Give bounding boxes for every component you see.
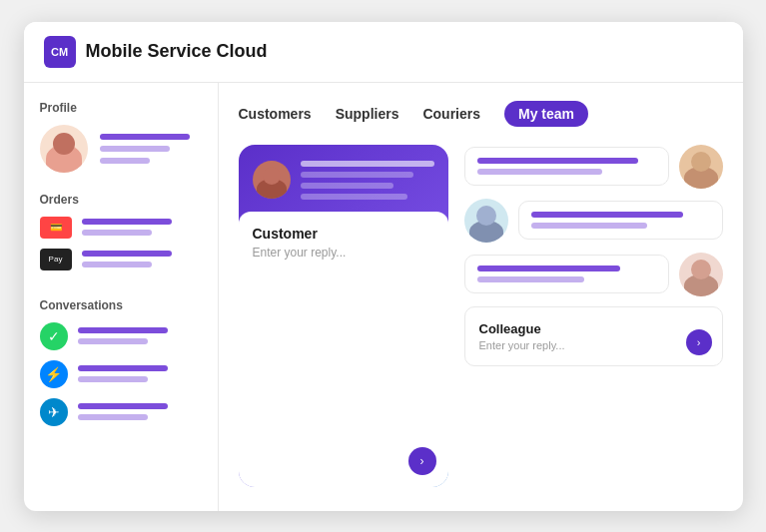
card-reply-box[interactable]: Customer Enter your reply... › <box>239 212 448 487</box>
sidebar: Profile Orders 💳 <box>24 83 219 511</box>
order-lines-2 <box>82 251 172 267</box>
team-avatar-3 <box>679 253 723 296</box>
ol4 <box>82 262 152 267</box>
tc3-line1 <box>477 266 620 271</box>
tab-customers[interactable]: Customers <box>239 102 312 126</box>
team-row-1 <box>464 145 723 189</box>
conv-lines-2 <box>78 365 168 382</box>
right-column: Colleague Enter your reply... › <box>464 145 723 487</box>
cm1 <box>301 161 434 167</box>
conv-lines-3 <box>78 403 168 420</box>
team-row-3 <box>464 253 723 296</box>
profile-line-2 <box>100 146 170 152</box>
card-top <box>239 145 448 212</box>
customer-avatar <box>253 161 291 199</box>
team-row-2 <box>464 199 723 243</box>
whatsapp-icon: ✓ <box>40 322 68 350</box>
conversations-label: Conversations <box>40 298 202 312</box>
cl2 <box>78 338 148 344</box>
conv-item-whatsapp: ✓ <box>40 322 202 350</box>
colleague-title: Colleague <box>479 321 708 336</box>
ol2 <box>82 230 152 236</box>
colleague-card[interactable]: Colleague Enter your reply... › <box>464 306 723 366</box>
colleague-reply-button[interactable]: › <box>686 329 712 355</box>
order-item-2: Pay <box>40 249 202 270</box>
profile-line-1 <box>100 134 190 140</box>
content-area: Customers Suppliers Couriers My team <box>219 83 743 511</box>
messenger-icon: ⚡ <box>40 360 68 388</box>
cm3 <box>301 183 394 189</box>
cl5 <box>78 403 168 409</box>
avatar <box>40 125 88 173</box>
colleague-subtitle: Enter your reply... <box>479 339 708 351</box>
team-avatar-1 <box>679 145 723 189</box>
tc3-line2 <box>477 276 584 282</box>
ol1 <box>82 219 172 225</box>
orders-section: Orders 💳 Pay <box>40 193 202 280</box>
team-card-2 <box>518 201 723 240</box>
card-bottom-subtitle: Enter your reply... <box>253 246 434 260</box>
conv-item-messenger: ⚡ <box>40 360 202 388</box>
cl4 <box>78 376 148 382</box>
app-logo: CM <box>44 36 76 68</box>
card-message-lines <box>301 161 434 200</box>
content-grid: Customer Enter your reply... › <box>239 145 723 487</box>
customer-card: Customer Enter your reply... › <box>239 145 448 487</box>
header: CM Mobile Service Cloud <box>24 22 743 83</box>
tab-suppliers[interactable]: Suppliers <box>336 102 399 126</box>
team-avatar-2 <box>464 199 508 243</box>
pay-icon: Pay <box>40 249 72 270</box>
cm2 <box>301 172 414 178</box>
profile-label: Profile <box>40 101 202 115</box>
team-card-1 <box>464 147 669 186</box>
tabs: Customers Suppliers Couriers My team <box>239 101 723 127</box>
conversations-section: Conversations ✓ ⚡ ✈ <box>40 298 202 436</box>
tc2-line1 <box>531 212 683 218</box>
send-reply-button[interactable]: › <box>408 447 436 475</box>
tc1-line2 <box>477 169 602 175</box>
main-layout: Profile Orders 💳 <box>24 83 743 511</box>
credit-card-icon: 💳 <box>40 217 72 239</box>
tab-myteam[interactable]: My team <box>504 101 588 127</box>
order-item-1: 💳 <box>40 217 202 239</box>
conv-lines-1 <box>78 327 168 344</box>
cl1 <box>78 327 168 333</box>
conv-item-telegram: ✈ <box>40 398 202 426</box>
app-title: Mobile Service Cloud <box>86 41 268 62</box>
profile-section <box>40 125 202 173</box>
profile-line-3 <box>100 158 150 164</box>
tc2-line2 <box>531 223 647 229</box>
tab-couriers[interactable]: Couriers <box>422 102 480 126</box>
app-window: CM Mobile Service Cloud Profile Orders 💳 <box>24 22 743 511</box>
profile-lines <box>100 134 190 164</box>
order-lines-1 <box>82 219 172 236</box>
cl6 <box>78 414 148 420</box>
cm4 <box>301 194 407 200</box>
orders-label: Orders <box>40 193 202 207</box>
tc1-line1 <box>477 158 638 164</box>
telegram-icon: ✈ <box>40 398 68 426</box>
card-bottom-title: Customer <box>253 226 434 242</box>
team-card-3 <box>464 255 669 293</box>
ol3 <box>82 251 172 257</box>
cl3 <box>78 365 168 371</box>
